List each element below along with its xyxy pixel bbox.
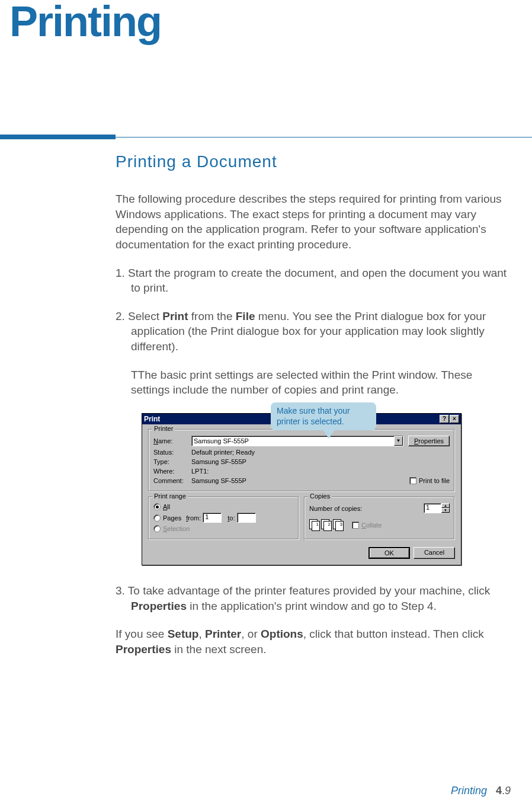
step-2: 2. Select Print from the File menu. You … [116,309,513,354]
cancel-button[interactable]: Cancel [414,547,455,559]
print-to-file-checkbox[interactable] [409,477,416,484]
print-dialog: Print ? × Printer Name: Samsung SF-555P … [142,413,462,565]
print-range-groupbox: Print range All Pages from: 1 [148,497,299,540]
range-all-label: All [163,503,170,510]
range-pages-radio[interactable] [153,514,161,522]
copies-label: Number of copies: [309,505,362,512]
dialog-title: Print [144,415,160,423]
spin-down-icon[interactable]: ▼ [441,508,450,513]
to-label: to: [227,514,235,522]
range-selection-label: Selection [163,525,190,532]
help-button[interactable]: ? [440,415,449,423]
range-all-radio[interactable] [153,503,161,510]
section-title: Printing a Document [116,152,513,171]
printer-name-combo[interactable]: Samsung SF-555P ▼ [191,436,403,446]
close-button[interactable]: × [450,415,459,423]
range-pages-label: Pages [163,514,181,522]
printer-groupbox: Printer Name: Samsung SF-555P ▼ Properti… [148,429,455,492]
step-alt: If you see Setup, Printer, or Options, c… [116,626,513,657]
chevron-down-icon[interactable]: ▼ [394,436,403,446]
type-value: Samsung SF-555P [191,458,246,465]
printer-group-label: Printer [152,425,175,432]
copies-groupbox: Copies Number of copies: 1 ▲ ▼ [304,497,455,540]
page-footer: Printing 4.9 [451,785,511,797]
divider [0,135,532,139]
where-label: Where: [153,468,191,475]
intro-text: The following procedure describes the st… [116,191,513,252]
step-3: 3. To take advantage of the printer feat… [116,583,513,613]
to-input[interactable] [237,513,256,523]
from-label: from: [186,514,201,522]
type-label: Type: [153,458,191,465]
printer-name-value: Samsung SF-555P [194,437,249,445]
copies-input[interactable]: 1 [424,503,441,513]
collate-checkbox[interactable] [352,522,359,529]
where-value: LPT1: [191,468,209,475]
print-to-file-label: Print to file [419,477,450,484]
ok-button[interactable]: OK [368,547,410,559]
copies-group-label: Copies [308,493,332,500]
spin-up-icon[interactable]: ▲ [441,503,450,508]
collate-label: Collate [361,522,382,529]
status-value: Default printer; Ready [191,449,255,456]
callout-bubble: Make sure that your printer is selected. [271,402,376,430]
range-group-label: Print range [152,493,188,500]
step-1: 1. Start the program to create the docum… [116,266,513,296]
step-2-sub: TThe basic print settings are selected w… [116,367,513,398]
chapter-title: Printing [0,0,532,43]
name-label: Name: [153,437,191,445]
range-selection-radio[interactable] [153,525,161,532]
collate-icon: 11 22 33 [309,519,344,531]
comment-label: Comment: [153,477,191,484]
from-input[interactable]: 1 [203,513,222,523]
status-label: Status: [153,449,191,456]
comment-value: Samsung SF-555P [191,477,246,484]
properties-button[interactable]: Properties [408,436,450,446]
